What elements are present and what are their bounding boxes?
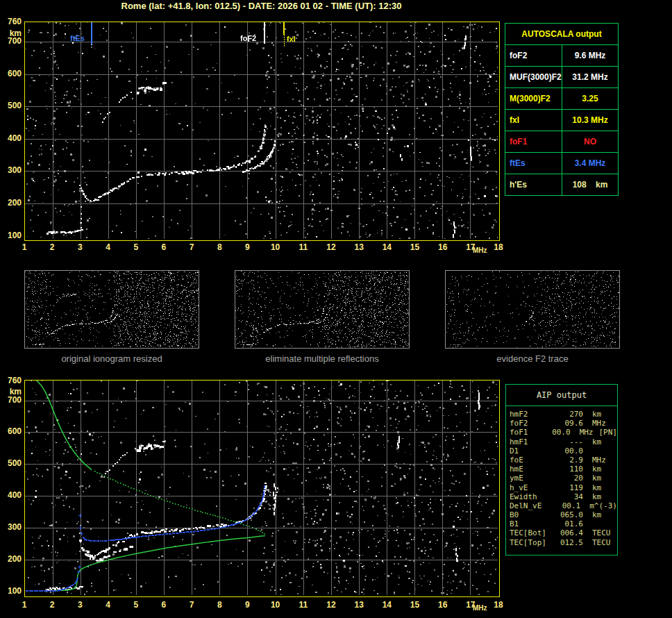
aip-param-value: 34 [555,492,583,501]
y-tick-label: 400 [1,490,22,500]
x-tick-label: 11 [296,600,311,610]
aip-param-label: Ewidth [510,492,555,501]
y-tick-label: 200 [1,198,22,208]
x-tick-label: 18 [491,600,506,610]
aip-param-label: foF1 [510,428,548,437]
autoscala-param-label: fxI [505,110,562,131]
aip-param-unit: km [583,483,601,492]
aip-row: foF209.6MHz [510,419,617,428]
thumbnail-canvas-original [25,271,199,348]
x-tick-label: 11 [296,242,311,252]
aip-param-value: 270 [555,410,583,419]
aip-param-value: 00.0 [555,446,583,456]
y-tick-label: 760 [1,376,22,385]
y-tick-label: 100 [1,586,22,596]
aip-param-label: hmF1 [510,437,555,446]
y-tick-label: 700 [1,36,22,46]
autoscala-param-label: MUF(3000)F2 [505,67,562,87]
y-tick-label: 600 [1,69,22,78]
x-tick-label: 12 [324,600,339,610]
aip-row: ymE20km [510,474,617,483]
x-tick-label: 8 [212,242,227,252]
thumbnail-caption-original: original ionogram resized [24,353,199,364]
x-tick-label: 7 [184,600,199,610]
autoscala-param-label: h'Es [505,174,562,195]
aip-row: TEC[Top]012.5TECU [510,538,617,547]
aip-row: B0065.0km [510,510,617,519]
aip-param-value: 09.6 [555,419,583,428]
aip-param-value: 012.5 [555,538,583,547]
aip-param-label: B0 [510,510,555,519]
x-tick-label: 17 [463,600,478,610]
x-tick-label: 9 [240,242,255,252]
y-tick-label: 600 [1,426,22,436]
aip-param-value: 119 [555,483,583,492]
fof2-marker-label: foF2 [240,34,256,42]
thumbnail-evidence-f2 [445,270,620,349]
aip-row: h_vE119km [510,483,617,492]
autoscala-row: ftEs3.4 MHz [505,153,618,174]
aip-row: DelN_vE00.1m^(-3) [510,501,617,510]
aip-row: Ewidth34km [510,492,617,501]
autoscala-row: foF29.6 MHz [505,45,618,67]
aip-param-value: 006.4 [555,528,583,537]
x-tick-label: 14 [379,600,394,610]
autoscala-row: foF1NO [505,131,618,153]
aip-row: B101.6 [510,519,617,528]
aip-table-rows: hmF2270kmfoF209.6MHzfoF100.0MHz[PN]hmF1-… [506,406,617,547]
autoscala-param-value: 10.3 MHz [562,110,618,131]
x-tick-label: 12 [324,242,339,252]
aip-param-value: 065.0 [555,510,583,519]
autoscala-param-value: NO [562,131,618,152]
x-tick-label: 9 [240,600,255,610]
aip-param-value: 00.1 [554,501,581,510]
aip-param-value: 20 [555,474,583,483]
autoscala-param-value: 31.2 MHz [562,67,618,87]
profile-canvas [25,381,498,595]
autoscala-param-value: 108 km [562,174,618,195]
autoscala-table-rows: foF29.6 MHzMUF(3000)F231.2 MHzM(3000)F23… [505,45,618,195]
x-tick-label: 2 [44,600,60,610]
autoscala-app-window: Rome (lat: +41.8, lon: 012.5) - DATE: 20… [0,0,672,618]
x-tick-label: 13 [351,242,367,252]
x-tick-label: 15 [408,242,423,252]
autoscala-param-value: 3.4 MHz [562,153,618,174]
autoscala-param-label: foF2 [505,45,562,66]
y-tick-label: 400 [1,133,22,143]
aip-param-label: D1 [510,446,555,456]
aip-param-unit: MHz [571,428,594,437]
autoscala-param-label: M(3000)F2 [505,88,562,109]
aip-param-label: h_vE [510,483,555,492]
x-tick-label: 10 [268,600,283,610]
aip-param-label: foF2 [510,419,555,428]
aip-param-label: hmF2 [510,410,555,419]
autoscala-param-label: foF1 [505,131,562,152]
autoscala-table: AUTOSCALA output foF29.6 MHzMUF(3000)F23… [505,23,619,196]
x-tick-label: 16 [435,600,451,610]
thumbnail-original-ionogram [24,270,199,349]
autoscala-row: M(3000)F23.25 [505,88,618,110]
autoscala-table-title: AUTOSCALA output [505,24,618,45]
y-tick-label: 300 [1,165,22,175]
y-tick-label: 100 [1,231,22,240]
aip-param-unit: km [583,410,601,419]
aip-param-value: 110 [555,465,583,474]
thumbnail-canvas-evidence [446,271,619,348]
x-tick-label: 8 [212,600,227,610]
aip-param-unit: TECU [583,528,611,537]
x-tick-label: 4 [101,242,116,252]
autoscala-row: h'Es108 km [505,174,618,195]
x-tick-label: 17 [463,242,478,252]
aip-param-unit: km [583,510,601,519]
x-tick-label: 3 [72,600,87,610]
aip-param-note: [PN] [594,428,618,437]
aip-param-unit [583,519,592,528]
aip-param-value: 2.9 [555,456,583,465]
aip-param-label: foE [510,456,555,465]
aip-row: foE2.9MHz [510,456,617,465]
x-tick-label: 15 [408,600,423,610]
aip-param-unit: km [583,492,601,501]
aip-param-unit: km [583,465,601,474]
ftes-marker-label: ftEs [70,34,85,42]
thumbnail-eliminate-reflections [235,270,410,349]
